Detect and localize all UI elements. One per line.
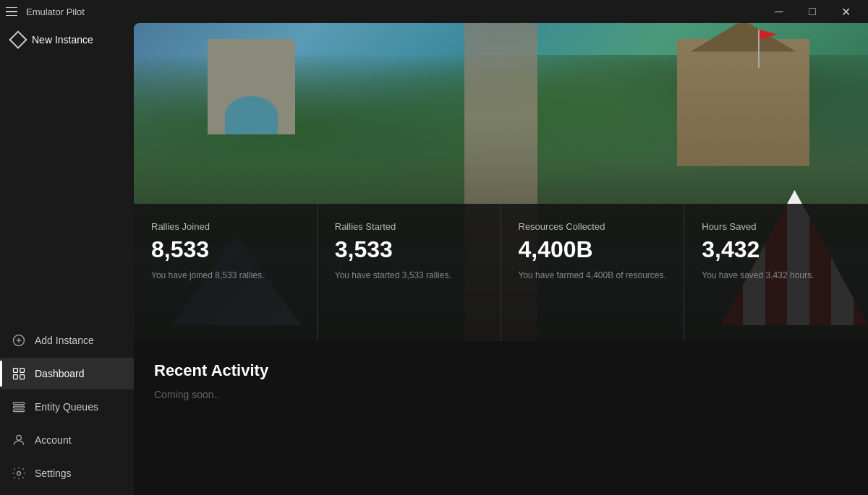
stat-card-hours-saved: Hours Saved 3,432 You have saved 3,432 h… bbox=[684, 204, 868, 341]
gear-icon bbox=[12, 466, 26, 481]
list-icon bbox=[12, 400, 26, 414]
svg-rect-4 bbox=[20, 369, 25, 373]
new-instance-label: New Instance bbox=[32, 34, 93, 46]
hero-arch bbox=[208, 39, 296, 134]
svg-rect-5 bbox=[14, 375, 18, 379]
sidebar-item-entity-queues[interactable]: Entity Queues bbox=[0, 391, 134, 423]
hero-building bbox=[677, 39, 809, 166]
sidebar-item-label: Dashboard bbox=[35, 368, 85, 379]
stat-label: Rallies Started bbox=[335, 221, 483, 232]
recent-activity-title: Recent Activity bbox=[154, 361, 848, 380]
stat-description: You have joined 8,533 rallies. bbox=[151, 270, 299, 282]
stats-row: Rallies Joined 8,533 You have joined 8,5… bbox=[134, 204, 868, 341]
stat-label: Hours Saved bbox=[702, 221, 851, 232]
sidebar-item-add-instance[interactable]: Add Instance bbox=[0, 324, 134, 356]
window-controls: ─ □ ✕ bbox=[762, 0, 862, 23]
svg-rect-3 bbox=[14, 369, 18, 373]
stat-value: 4,400B bbox=[519, 238, 667, 261]
sidebar-item-dashboard[interactable]: Dashboard bbox=[0, 358, 134, 389]
menu-icon[interactable] bbox=[6, 4, 20, 19]
sidebar: New Instance Add Instance bbox=[0, 23, 134, 495]
stat-label: Resources Collected bbox=[519, 221, 667, 232]
stat-description: You have started 3,533 rallies. bbox=[335, 270, 483, 282]
stat-card-rallies-joined: Rallies Joined 8,533 You have joined 8,5… bbox=[134, 204, 318, 341]
coming-soon-text: Coming soon.. bbox=[154, 389, 848, 400]
stat-card-resources-collected: Resources Collected 4,400B You have farm… bbox=[501, 204, 685, 341]
grid-icon bbox=[12, 366, 26, 381]
titlebar-left: Emulator Pilot bbox=[6, 4, 85, 19]
svg-rect-6 bbox=[20, 375, 25, 379]
svg-point-11 bbox=[17, 472, 21, 475]
diamond-icon bbox=[9, 30, 27, 48]
maximize-button[interactable]: □ bbox=[796, 0, 829, 23]
stat-value: 3,432 bbox=[702, 238, 851, 261]
sidebar-item-label: Settings bbox=[35, 468, 72, 479]
stat-value: 8,533 bbox=[151, 238, 299, 261]
sidebar-nav: Add Instance Dashboard Enti bbox=[0, 319, 134, 495]
sidebar-item-label: Account bbox=[35, 434, 72, 446]
hero-flag bbox=[758, 30, 780, 68]
sidebar-item-settings[interactable]: Settings bbox=[0, 457, 134, 489]
svg-rect-8 bbox=[14, 406, 25, 408]
close-button[interactable]: ✕ bbox=[829, 0, 862, 23]
stat-card-rallies-started: Rallies Started 3,533 You have started 3… bbox=[318, 204, 501, 341]
stat-value: 3,533 bbox=[335, 238, 483, 261]
main-content: Rallies Joined 8,533 You have joined 8,5… bbox=[134, 23, 868, 495]
add-circle-icon bbox=[12, 333, 26, 348]
app-layout: New Instance Add Instance bbox=[0, 23, 868, 495]
stat-description: You have farmed 4,400B of resources. bbox=[519, 270, 667, 282]
svg-point-10 bbox=[17, 435, 22, 440]
sidebar-spacer bbox=[0, 53, 134, 319]
person-icon bbox=[12, 433, 26, 447]
new-instance-item[interactable]: New Instance bbox=[0, 26, 134, 53]
stat-description: You have saved 3,432 hours. bbox=[702, 270, 851, 282]
stat-label: Rallies Joined bbox=[151, 221, 299, 232]
sidebar-item-label: Entity Queues bbox=[35, 401, 98, 413]
svg-rect-9 bbox=[14, 410, 25, 412]
sidebar-item-account[interactable]: Account bbox=[0, 424, 134, 456]
svg-rect-7 bbox=[14, 403, 25, 405]
minimize-button[interactable]: ─ bbox=[762, 0, 796, 23]
hero-section: Rallies Joined 8,533 You have joined 8,5… bbox=[134, 23, 868, 341]
titlebar: Emulator Pilot ─ □ ✕ bbox=[0, 0, 868, 23]
app-title: Emulator Pilot bbox=[26, 7, 85, 17]
recent-activity-section: Recent Activity Coming soon.. bbox=[134, 341, 868, 421]
sidebar-item-label: Add Instance bbox=[35, 335, 94, 346]
